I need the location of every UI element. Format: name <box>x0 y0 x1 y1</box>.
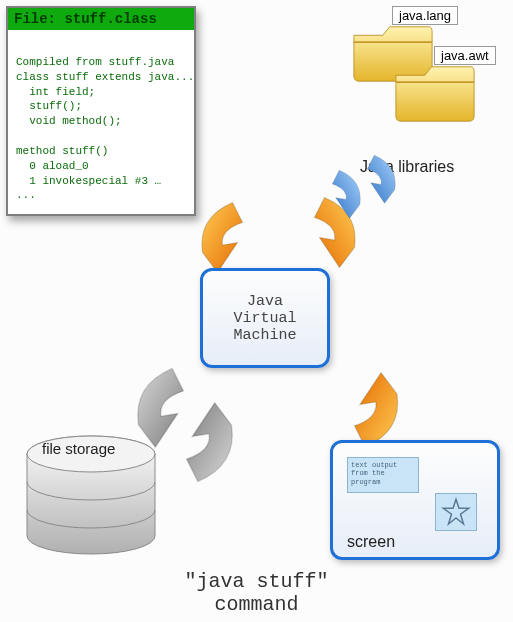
jvm-box: Java Virtual Machine <box>200 268 330 368</box>
folder-label: java.awt <box>434 46 496 65</box>
classfile-body: Compiled from stuff.java class stuff ext… <box>8 30 194 209</box>
folder-icon: java.awt <box>392 60 478 128</box>
screen-label: screen <box>347 533 395 551</box>
folder-label: java.lang <box>392 6 458 25</box>
jvm-label: Java Virtual Machine <box>233 293 296 344</box>
classfile-title: File: stuff.class <box>8 8 194 30</box>
screen-text-output: text output from the program <box>347 457 419 493</box>
star-icon <box>435 493 477 531</box>
arrow-libraries-to-jvm-blue <box>345 150 400 205</box>
screen-box: text output from the program screen <box>330 440 500 560</box>
classfile-window: File: stuff.class Compiled from stuff.ja… <box>6 6 196 216</box>
command-caption: "java stuff" command <box>0 570 513 616</box>
storage-label: file storage <box>42 440 115 457</box>
arrow-classfile-to-jvm <box>195 195 275 275</box>
